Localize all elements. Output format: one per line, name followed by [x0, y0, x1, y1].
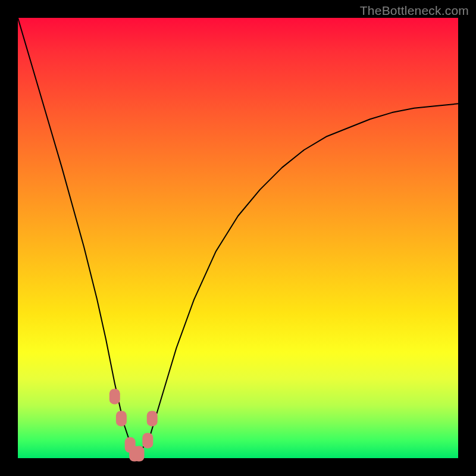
svg-rect-1 — [116, 411, 127, 426]
svg-rect-6 — [147, 411, 158, 426]
svg-rect-4 — [134, 446, 145, 462]
svg-rect-0 — [109, 389, 120, 404]
svg-rect-5 — [142, 433, 153, 448]
watermark-text: TheBottleneck.com — [360, 4, 469, 18]
curve-layer — [18, 18, 458, 458]
highlight-markers — [109, 389, 158, 461]
bottleneck-curve — [18, 18, 458, 458]
chart-frame: TheBottleneck.com — [0, 0, 476, 476]
plot-area — [18, 18, 458, 458]
